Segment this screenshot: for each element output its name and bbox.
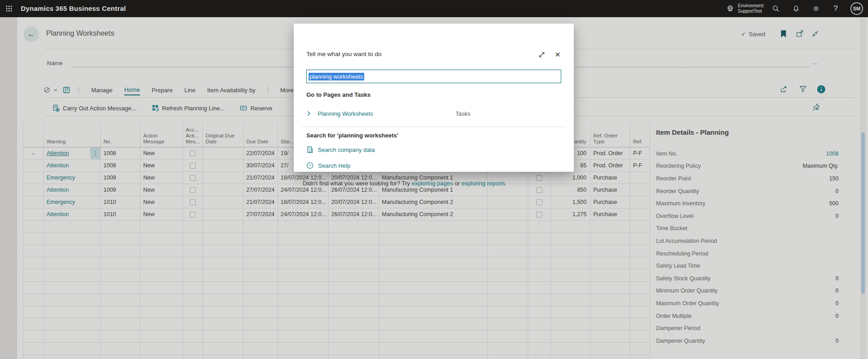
result-planning-worksheets[interactable]: Planning Worksheets Tasks: [306, 108, 561, 119]
exploring-pages-link[interactable]: exploring pages: [412, 180, 453, 187]
close-dialog-icon[interactable]: ✕: [555, 51, 563, 59]
app-window: Dynamics 365 Business Central Environmen…: [0, 0, 868, 359]
dialog-footer: Didn't find what you were looking for? T…: [303, 180, 505, 187]
footer-text: Didn't find what you were looking for? T…: [303, 180, 412, 187]
footer-or: or: [453, 180, 462, 187]
result-category: Tasks: [455, 110, 470, 117]
search-help-item[interactable]: ? Search Help: [306, 161, 561, 170]
tell-me-dialog: Tell me what you want to do ✕ planning w…: [294, 24, 574, 172]
expand-dialog-icon[interactable]: [538, 51, 546, 59]
chevron-right-icon: [306, 110, 311, 117]
search-result-row[interactable]: [306, 83, 561, 95]
company-building-icon: [306, 146, 313, 153]
help-circle-icon: ?: [306, 162, 314, 169]
svg-text:?: ?: [309, 163, 311, 168]
exploring-reports-link[interactable]: exploring reports: [462, 180, 506, 187]
search-input-selected-text: planning worksheets: [309, 73, 364, 80]
search-company-data-item[interactable]: Search company data: [306, 145, 561, 155]
dialog-divider: [302, 127, 566, 127]
search-company-data-link[interactable]: Search company data: [318, 146, 375, 153]
search-help-link[interactable]: Search Help: [318, 162, 351, 169]
result-link[interactable]: Planning Worksheets: [318, 110, 373, 117]
tellme-search-input[interactable]: planning worksheets: [306, 70, 561, 83]
dialog-title: Tell me what you want to do: [306, 51, 382, 57]
section-search-for: Search for 'planning worksheets': [306, 132, 398, 139]
